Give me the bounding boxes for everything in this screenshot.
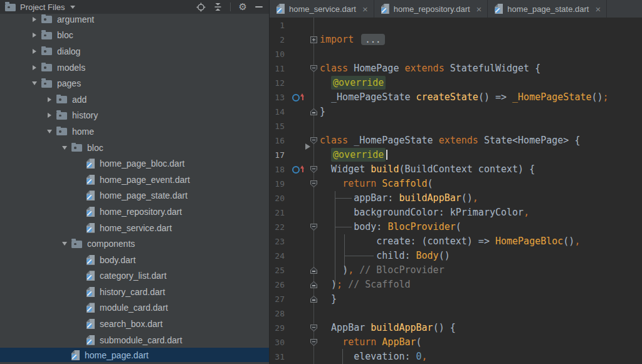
tree-item-body-dart[interactable]: body.dart [0,252,269,268]
code-line[interactable]: elevation: 0, [320,350,428,364]
line-number[interactable]: 23 [270,234,285,249]
tree-item-search-box-dart[interactable]: search_box.dart [0,316,269,332]
tree-item-add[interactable]: add [0,91,269,108]
line-number[interactable]: 1 [270,18,285,33]
fold-region-start-icon[interactable] [310,137,317,144]
fold-region-start-icon[interactable] [310,224,317,231]
tree-item-home-page-event-dart[interactable]: home_page_event.dart [0,172,269,188]
fold-region-start-icon[interactable] [310,166,317,173]
close-tab-icon[interactable]: × [476,4,482,14]
fold-region-start-icon[interactable] [310,339,317,346]
code-line[interactable]: Widget build(BuildContext context) { [320,162,535,177]
editor-tab-home-service-dart[interactable]: home_service.dart× [270,0,374,18]
tree-item-bloc[interactable]: bloc [0,140,269,156]
code-line[interactable]: create: (context) => HomePageBloc(), [320,234,580,249]
chevron-down-icon[interactable] [70,6,75,9]
override-method-icon[interactable] [290,162,307,177]
code-line[interactable]: _HomePageState createState() => _HomePag… [320,90,609,105]
line-number[interactable]: 25 [270,263,285,278]
code-line[interactable]: ); // Scaffold [320,278,411,292]
fold-region-end-icon[interactable] [310,267,317,274]
code-line[interactable]: } [320,105,325,119]
tree-item-home-page-dart[interactable]: home_page.dart [0,348,269,362]
code-line[interactable]: } [320,292,337,306]
chevron-collapsed-icon[interactable] [28,49,41,54]
editor-tab-home-page-state-dart[interactable]: home_page_state.dart× [488,0,607,18]
chevron-collapsed-icon[interactable] [43,113,56,118]
close-tab-icon[interactable]: × [362,4,368,14]
line-number[interactable]: 27 [270,292,285,306]
tree-item-history[interactable]: history [0,108,269,124]
folded-import-chip[interactable]: ... [361,34,384,45]
code-line[interactable]: @override [320,76,386,90]
line-number[interactable]: 15 [270,119,285,133]
tree-item-home[interactable]: home [0,123,269,140]
settings-gear-icon[interactable]: ⚙ [239,3,247,12]
fold-region-start-icon[interactable] [310,180,317,187]
code-line[interactable]: AppBar buildAppBar() { [320,321,456,335]
line-number[interactable]: 26 [270,278,285,292]
chevron-collapsed-icon[interactable] [28,17,41,22]
line-number[interactable]: 31 [270,350,285,364]
editor-tab-home-repository-dart[interactable]: home_repository.dart× [374,0,488,18]
tree-item-home-service-dart[interactable]: home_service.dart [0,220,269,236]
line-number[interactable]: 11 [270,61,285,76]
code-line[interactable]: return AppBar( [320,335,422,350]
fold-expand-icon[interactable] [310,36,317,43]
code-line[interactable]: import ... [320,33,385,47]
chevron-collapsed-icon[interactable] [28,65,41,70]
line-number[interactable]: 17 [270,148,285,162]
line-number[interactable]: 19 [270,177,285,191]
tree-item-category-list-dart[interactable]: category_list.dart [0,268,269,284]
fold-region-start-icon[interactable] [310,325,317,331]
locate-icon[interactable] [196,3,206,12]
line-number[interactable]: 10 [270,47,285,61]
chevron-expanded-icon[interactable] [28,81,41,85]
code-line[interactable]: class HomePage extends StatefulWidget { [320,61,540,76]
line-number[interactable]: 14 [270,105,285,119]
tree-item-models[interactable]: models [0,60,269,76]
code-line[interactable]: appBar: buildAppBar(), [320,191,478,205]
hide-panel-icon[interactable] [255,6,263,8]
line-number[interactable]: 28 [270,306,285,321]
chevron-expanded-icon[interactable] [43,130,56,133]
tree-item-module-card-dart[interactable]: module_card.dart [0,300,269,316]
line-number[interactable]: 13 [270,90,285,105]
tree-item-home-repository-dart[interactable]: home_repository.dart [0,204,269,220]
tree-item-dialog[interactable]: dialog [0,43,269,60]
tree-item-components[interactable]: components [0,236,269,252]
line-number[interactable]: 12 [270,76,285,90]
fold-region-start-icon[interactable] [310,65,317,72]
code-line[interactable]: ), // BlocProvider [320,263,445,278]
code-line[interactable]: return Scaffold( [320,177,433,191]
fold-region-end-icon[interactable] [310,281,317,288]
tree-item-home-page-state-dart[interactable]: home_page_state.dart [0,188,269,204]
chevron-expanded-icon[interactable] [58,242,71,246]
code-line[interactable]: child: Body() [320,249,450,263]
chevron-collapsed-icon[interactable] [43,97,56,102]
fold-region-end-icon[interactable] [310,296,317,303]
chevron-collapsed-icon[interactable] [28,33,41,38]
line-number[interactable]: 2 [270,33,285,47]
chevron-expanded-icon[interactable] [58,146,71,150]
code-line[interactable]: backgroundColor: kPrimaryColor, [320,205,529,220]
tree-item-argument[interactable]: argument [0,14,269,28]
line-number[interactable]: 30 [270,335,285,350]
project-view-selector[interactable]: Project Files [20,3,65,12]
code-line[interactable]: class _HomePageState extends State<HomeP… [320,133,580,148]
line-number[interactable]: 20 [270,191,285,205]
tree-item-pages[interactable]: pages [0,75,269,91]
fold-region-end-icon[interactable] [310,108,317,115]
collapse-all-icon[interactable] [214,3,222,11]
code-editor[interactable]: 12import ...1011class HomePage extends S… [270,18,642,364]
tree-item-submodule-card-dart[interactable]: submodule_card.dart [0,332,269,348]
line-number[interactable]: 21 [270,205,285,220]
close-tab-icon[interactable]: × [595,4,601,14]
tree-item-history-card-dart[interactable]: history_card.dart [0,284,269,300]
line-number[interactable]: 16 [270,133,285,148]
line-number[interactable]: 29 [270,321,285,335]
override-method-icon[interactable] [290,90,307,105]
code-line[interactable]: @override [320,148,387,162]
code-line[interactable]: body: BlocProvider( [320,220,461,234]
line-number[interactable]: 22 [270,220,285,234]
